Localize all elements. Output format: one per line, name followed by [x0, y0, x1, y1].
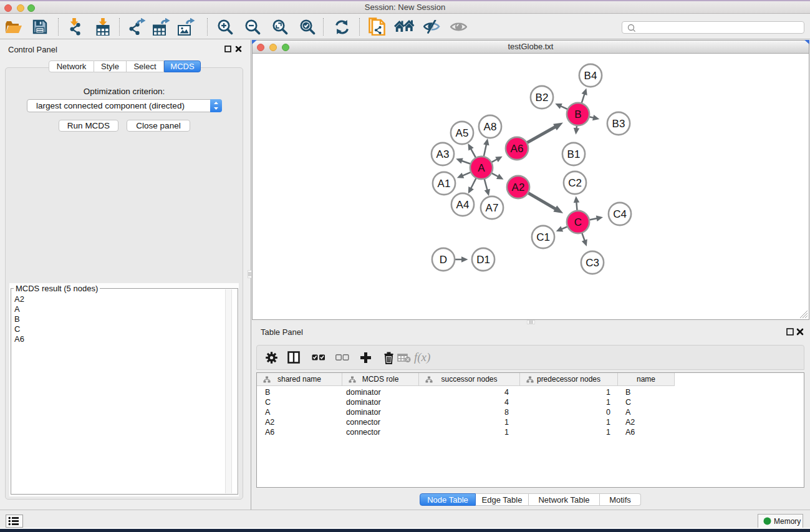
svg-text:A1: A1 — [438, 178, 451, 190]
svg-text:D: D — [440, 254, 447, 266]
svg-text:C3: C3 — [586, 257, 599, 269]
svg-text:B1: B1 — [567, 148, 581, 160]
svg-text:A6: A6 — [511, 143, 524, 155]
svg-text:C: C — [574, 216, 582, 228]
svg-text:B3: B3 — [612, 118, 625, 130]
svg-text:B: B — [574, 109, 581, 120]
svg-text:B4: B4 — [584, 70, 597, 82]
svg-text:A4: A4 — [456, 199, 470, 211]
svg-text:A7: A7 — [486, 202, 499, 214]
svg-text:A2: A2 — [512, 181, 525, 193]
svg-text:B2: B2 — [536, 92, 549, 104]
svg-text:D1: D1 — [476, 254, 490, 266]
svg-text:A5: A5 — [456, 127, 469, 139]
svg-text:A8: A8 — [484, 121, 497, 133]
svg-text:C4: C4 — [613, 208, 627, 220]
svg-text:C2: C2 — [568, 177, 582, 189]
svg-text:A3: A3 — [436, 148, 450, 160]
svg-text:A: A — [478, 162, 485, 174]
svg-text:C1: C1 — [536, 231, 550, 243]
